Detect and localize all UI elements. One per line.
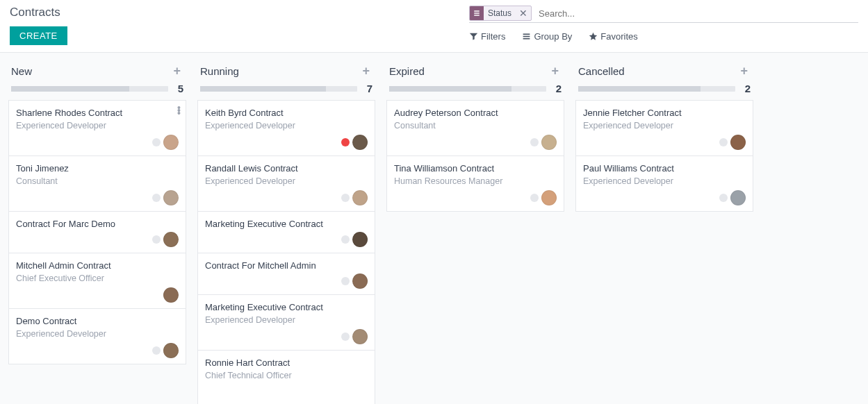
column-progress-bar: [200, 86, 357, 92]
card-title: Paul Williams Contract: [583, 163, 746, 174]
column-title[interactable]: Cancelled: [578, 65, 737, 77]
add-card-icon[interactable]: +: [170, 64, 183, 78]
column-progress-bar: [389, 86, 546, 92]
kanban-card[interactable]: Contract For Mitchell Admin: [198, 253, 375, 294]
kanban-card[interactable]: Mitchell Admin ContractChief Executive O…: [9, 253, 186, 308]
status-dot[interactable]: [719, 138, 728, 146]
kanban-card[interactable]: Marketing Executive ContractExperienced …: [198, 294, 375, 350]
avatar[interactable]: [163, 343, 179, 358]
avatar[interactable]: [730, 190, 746, 205]
status-dot[interactable]: [152, 346, 161, 355]
card-title: Demo Contract: [16, 316, 179, 326]
kanban-card[interactable]: Marketing Executive Contract: [198, 211, 375, 253]
kanban-card[interactable]: Randall Lewis ContractExperienced Develo…: [198, 155, 375, 211]
kanban-card[interactable]: Ronnie Hart ContractChief Technical Offi…: [198, 350, 375, 404]
card-subtitle: Consultant: [16, 176, 179, 186]
facet-label: Status: [484, 8, 516, 18]
list-icon: [522, 32, 531, 41]
card-title: Keith Byrd Contract: [205, 108, 368, 118]
card-title: Randall Lewis Contract: [205, 163, 368, 174]
kanban-card[interactable]: Demo ContractExperienced Developer: [9, 308, 186, 364]
status-dot[interactable]: [341, 333, 350, 341]
avatar[interactable]: [352, 329, 368, 344]
avatar[interactable]: [541, 135, 557, 150]
card-subtitle: Human Resources Manager: [394, 176, 557, 186]
svg-rect-4: [523, 36, 530, 37]
kanban-column: New+5•••Sharlene Rhodes ContractExperien…: [3, 60, 192, 364]
search-bar[interactable]: Status ✕: [469, 6, 858, 23]
kanban-card[interactable]: Keith Byrd ContractExperienced Developer: [198, 101, 375, 155]
card-title: Marketing Executive Contract: [205, 302, 368, 312]
avatar[interactable]: [352, 190, 368, 205]
column-title[interactable]: Expired: [389, 65, 548, 77]
card-title: Contract For Mitchell Admin: [205, 260, 368, 271]
facet-remove-icon[interactable]: ✕: [516, 8, 531, 18]
card-list: Jennie Fletcher ContractExperienced Deve…: [575, 100, 753, 212]
add-card-icon[interactable]: +: [359, 64, 372, 78]
search-facet-status[interactable]: Status ✕: [469, 6, 532, 21]
avatar[interactable]: [163, 232, 179, 247]
create-button[interactable]: CREATE: [10, 26, 67, 45]
avatar[interactable]: [163, 190, 179, 205]
card-list: •••Sharlene Rhodes ContractExperienced D…: [8, 100, 186, 364]
card-subtitle: Chief Technical Officer: [205, 371, 368, 380]
card-title: Sharlene Rhodes Contract: [16, 108, 179, 118]
column-title[interactable]: New: [11, 65, 170, 77]
avatar[interactable]: [352, 232, 368, 247]
svg-rect-3: [523, 33, 530, 35]
card-title: Tina Williamson Contract: [394, 163, 557, 174]
column-count: 2: [741, 83, 751, 94]
add-card-icon[interactable]: +: [737, 64, 751, 78]
card-subtitle: Experienced Developer: [205, 315, 368, 325]
avatar[interactable]: [730, 135, 746, 150]
card-subtitle: Experienced Developer: [16, 121, 179, 131]
status-dot[interactable]: [341, 138, 350, 146]
kanban-column: Running+7Keith Byrd ContractExperienced …: [192, 60, 381, 404]
groupby-label: Group By: [534, 31, 572, 42]
card-subtitle: Experienced Developer: [205, 176, 368, 186]
list-icon: [470, 6, 484, 20]
kanban-card[interactable]: Tina Williamson ContractHuman Resources …: [387, 155, 564, 211]
avatar[interactable]: [352, 135, 368, 150]
card-subtitle: Experienced Developer: [583, 176, 746, 186]
status-dot[interactable]: [152, 194, 161, 202]
favorites-label: Favorites: [600, 31, 637, 42]
status-dot[interactable]: [152, 235, 161, 244]
kanban-card[interactable]: Contract For Marc Demo: [9, 211, 186, 253]
status-dot[interactable]: [341, 277, 350, 285]
groupby-button[interactable]: Group By: [522, 31, 572, 42]
card-subtitle: Experienced Developer: [583, 121, 746, 131]
status-dot[interactable]: [341, 194, 350, 202]
kanban-card[interactable]: Paul Williams ContractExperienced Develo…: [576, 155, 753, 211]
card-subtitle: Consultant: [394, 121, 557, 131]
avatar[interactable]: [163, 287, 179, 303]
status-dot[interactable]: [530, 194, 539, 202]
filters-label: Filters: [481, 31, 505, 42]
column-count: 7: [363, 83, 372, 94]
status-dot[interactable]: [530, 138, 539, 146]
column-progress-bar: [11, 86, 168, 92]
status-dot[interactable]: [341, 235, 350, 244]
svg-rect-5: [523, 38, 530, 40]
kanban-column: Cancelled+2Jennie Fletcher ContractExper…: [570, 60, 759, 212]
kanban-card[interactable]: Jennie Fletcher ContractExperienced Deve…: [576, 101, 753, 155]
status-dot[interactable]: [152, 138, 161, 146]
card-title: Marketing Executive Contract: [205, 219, 368, 229]
column-progress-bar: [578, 86, 735, 92]
kanban-card[interactable]: Toni JimenezConsultant: [9, 155, 186, 211]
star-icon: [589, 32, 598, 41]
page-title: Contracts: [10, 6, 469, 19]
add-card-icon[interactable]: +: [548, 64, 562, 78]
filters-button[interactable]: Filters: [469, 31, 505, 42]
column-title[interactable]: Running: [200, 65, 359, 77]
card-title: Mitchell Admin Contract: [16, 260, 179, 271]
favorites-button[interactable]: Favorites: [589, 31, 637, 42]
avatar[interactable]: [163, 135, 179, 150]
kanban-card[interactable]: •••Sharlene Rhodes ContractExperienced D…: [9, 101, 186, 155]
avatar[interactable]: [541, 190, 557, 205]
kebab-icon[interactable]: •••: [177, 106, 180, 115]
avatar[interactable]: [352, 273, 368, 289]
status-dot[interactable]: [719, 194, 728, 202]
kanban-card[interactable]: Audrey Peterson ContractConsultant: [387, 101, 564, 155]
search-input[interactable]: [536, 6, 858, 21]
